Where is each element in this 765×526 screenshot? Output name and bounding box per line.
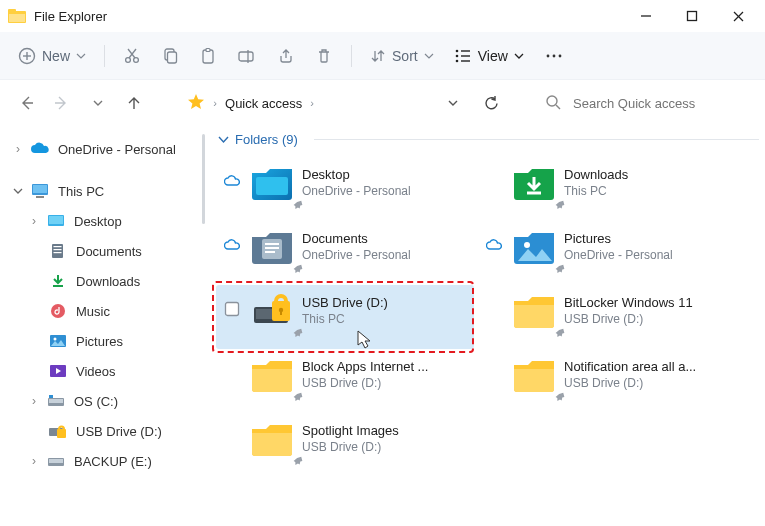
- breadcrumb-label[interactable]: Quick access: [225, 96, 302, 111]
- cloud-status-icon: [222, 225, 242, 251]
- up-button[interactable]: [120, 89, 148, 117]
- chevron-right-icon[interactable]: ›: [26, 394, 42, 408]
- folder-icon: [248, 289, 296, 333]
- app-icon: [8, 8, 26, 24]
- tree-node-videos[interactable]: Videos: [4, 356, 200, 386]
- address-bar[interactable]: › Quick access ›: [181, 87, 431, 119]
- svg-point-24: [455, 59, 458, 62]
- search-input[interactable]: [571, 95, 743, 112]
- cut-button[interactable]: [115, 39, 149, 73]
- svg-rect-15: [168, 52, 177, 63]
- svg-point-43: [54, 338, 57, 341]
- chevron-right-icon: ›: [213, 97, 217, 109]
- tree-node-onedrive[interactable]: › OneDrive - Personal: [4, 134, 200, 164]
- delete-button[interactable]: [307, 39, 341, 73]
- folder-item[interactable]: PicturesOneDrive - Personal: [478, 221, 736, 285]
- item-location: OneDrive - Personal: [302, 248, 411, 262]
- documents-icon: [48, 242, 68, 260]
- tree-label: This PC: [58, 184, 104, 199]
- separator: [104, 45, 105, 67]
- item-location: OneDrive - Personal: [564, 248, 673, 262]
- folder-icon: [510, 225, 558, 269]
- videos-icon: [48, 362, 68, 380]
- separator: [351, 45, 352, 67]
- copy-button[interactable]: [153, 39, 187, 73]
- checkbox[interactable]: [222, 289, 242, 317]
- svg-point-29: [547, 96, 557, 106]
- cloud-status-icon: [222, 161, 242, 187]
- new-button[interactable]: New: [10, 39, 94, 73]
- folder-item[interactable]: BitLocker Windows 11USB Drive (D:): [478, 285, 736, 349]
- svg-rect-2: [9, 14, 25, 22]
- forward-button[interactable]: [48, 89, 76, 117]
- tree-node-this-pc[interactable]: This PC: [4, 176, 200, 206]
- svg-rect-32: [33, 185, 47, 193]
- folder-item[interactable]: Notification area all a...USB Drive (D:): [478, 349, 736, 413]
- item-name: Notification area all a...: [564, 359, 696, 374]
- search-icon: [545, 94, 561, 113]
- tree-label: Downloads: [76, 274, 140, 289]
- folder-item[interactable]: DownloadsThis PC: [478, 157, 736, 221]
- item-location: USB Drive (D:): [302, 440, 399, 454]
- chevron-down-icon[interactable]: [10, 186, 26, 196]
- tree-label: Documents: [76, 244, 142, 259]
- tree-node-documents[interactable]: Documents: [4, 236, 200, 266]
- music-icon: [48, 302, 68, 320]
- folder-item[interactable]: Spotlight ImagesUSB Drive (D:): [216, 413, 474, 477]
- view-button[interactable]: View: [446, 39, 532, 73]
- chevron-right-icon[interactable]: ›: [26, 454, 42, 468]
- folder-item[interactable]: DocumentsOneDrive - Personal: [216, 221, 474, 285]
- recent-locations-button[interactable]: [84, 89, 112, 117]
- cloud-status-icon: [484, 353, 504, 367]
- folder-item[interactable]: DesktopOneDrive - Personal: [216, 157, 474, 221]
- svg-rect-56: [265, 247, 279, 249]
- more-button[interactable]: [536, 39, 572, 73]
- tree-label: OS (C:): [74, 394, 118, 409]
- share-button[interactable]: [269, 39, 303, 73]
- svg-point-28: [558, 54, 561, 57]
- item-name: Spotlight Images: [302, 423, 399, 438]
- maximize-button[interactable]: [669, 0, 715, 32]
- tree-node-os-c[interactable]: › OS (C:): [4, 386, 200, 416]
- tree-node-usb-d[interactable]: USB Drive (D:): [4, 416, 200, 446]
- folder-item[interactable]: USB Drive (D:)This PC: [216, 285, 474, 349]
- svg-rect-57: [265, 251, 275, 253]
- chevron-right-icon[interactable]: ›: [10, 142, 26, 156]
- drive-icon: [46, 452, 66, 470]
- paste-button[interactable]: [191, 39, 225, 73]
- tree-node-pictures[interactable]: Pictures: [4, 326, 200, 356]
- svg-rect-65: [280, 311, 282, 315]
- svg-rect-55: [265, 243, 279, 245]
- tree-label: OneDrive - Personal: [58, 142, 176, 157]
- tree-node-downloads[interactable]: Downloads: [4, 266, 200, 296]
- close-button[interactable]: [715, 0, 761, 32]
- back-button[interactable]: [12, 89, 40, 117]
- chevron-down-icon: [218, 134, 229, 145]
- svg-rect-4: [688, 12, 697, 21]
- minimize-button[interactable]: [623, 0, 669, 32]
- folder-icon: [510, 353, 558, 397]
- window-title: File Explorer: [34, 9, 107, 24]
- tree-label: Desktop: [74, 214, 122, 229]
- tree-node-backup-e[interactable]: › BACKUP (E:): [4, 446, 200, 476]
- item-location: This PC: [302, 312, 388, 326]
- onedrive-icon: [30, 140, 50, 158]
- items-grid: DesktopOneDrive - PersonalDownloadsThis …: [216, 157, 759, 477]
- chevron-right-icon[interactable]: ›: [26, 214, 42, 228]
- refresh-button[interactable]: [475, 87, 507, 119]
- folder-icon: [248, 225, 296, 269]
- group-header-folders[interactable]: Folders (9): [218, 132, 759, 147]
- item-name: Downloads: [564, 167, 628, 182]
- sort-button[interactable]: Sort: [362, 39, 442, 73]
- svg-point-27: [552, 54, 555, 57]
- cloud-status-icon: [484, 161, 504, 175]
- folder-item[interactable]: Block Apps Internet ...USB Drive (D:): [216, 349, 474, 413]
- search-box[interactable]: [535, 87, 753, 119]
- address-dropdown-button[interactable]: [439, 89, 467, 117]
- svg-point-11: [134, 57, 139, 62]
- tree-node-desktop[interactable]: › Desktop: [4, 206, 200, 236]
- tree-node-music[interactable]: Music: [4, 296, 200, 326]
- this-pc-icon: [30, 182, 50, 200]
- svg-line-12: [129, 49, 136, 58]
- rename-button[interactable]: [229, 39, 265, 73]
